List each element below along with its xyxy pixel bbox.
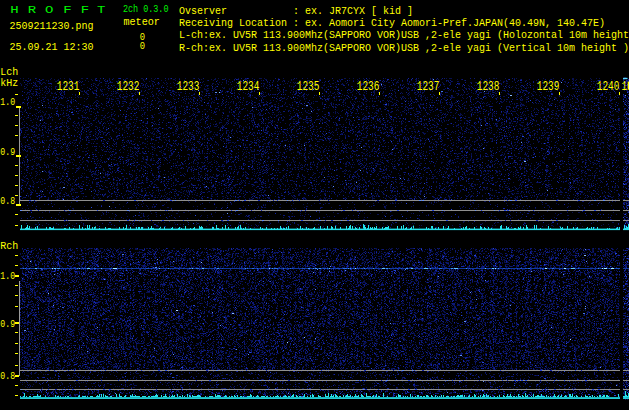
svg-text:0.9: 0.9 xyxy=(0,317,15,331)
svg-text:1234: 1234 xyxy=(237,80,260,94)
svg-text:1239: 1239 xyxy=(537,80,560,94)
svg-text:0: 0 xyxy=(140,39,145,53)
svg-text:2ch 0.3.0: 2ch 0.3.0 xyxy=(123,3,169,15)
svg-text:1.0: 1.0 xyxy=(0,95,15,109)
svg-text:R: R xyxy=(28,3,36,16)
svg-text:1232: 1232 xyxy=(117,80,140,94)
svg-text:1240: 1240 xyxy=(597,80,620,94)
svg-text:0.8: 0.8 xyxy=(0,194,15,208)
svg-text:1233: 1233 xyxy=(177,80,200,94)
svg-text:1231: 1231 xyxy=(57,80,80,94)
svg-text:25.09.21 12:30: 25.09.21 12:30 xyxy=(10,40,94,54)
svg-text:T: T xyxy=(97,3,105,16)
svg-text:meteor: meteor xyxy=(123,15,159,29)
svg-text:0.8: 0.8 xyxy=(0,369,15,383)
svg-text:1235: 1235 xyxy=(297,80,320,94)
svg-text:1238: 1238 xyxy=(477,80,500,94)
svg-text:kHz: kHz xyxy=(0,76,18,90)
svg-text:L-ch:ex. UV5R 113.900Mhz(SAPPO: L-ch:ex. UV5R 113.900Mhz(SAPPORO VOR)USB… xyxy=(179,28,629,41)
svg-text:H: H xyxy=(10,3,18,16)
svg-text:0.9: 0.9 xyxy=(0,145,15,159)
svg-text:Receiving Location : ex. Aomor: Receiving Location : ex. Aomori City Aom… xyxy=(179,16,605,29)
svg-text:F: F xyxy=(63,3,71,16)
svg-text:1: 1 xyxy=(622,80,628,94)
svg-text:Rch: Rch xyxy=(0,239,18,253)
svg-text:R-ch:ex. UV5R 113.900Mhz(SAPPO: R-ch:ex. UV5R 113.900Mhz(SAPPORO VOR)USB… xyxy=(179,41,629,54)
svg-text:F: F xyxy=(81,3,89,16)
svg-text:2509211230.png: 2509211230.png xyxy=(10,19,94,33)
svg-text:Ovserver : ex. JR7CY: Ovserver : ex. JR7CYX [ kid ] xyxy=(179,4,413,17)
svg-text:1.0: 1.0 xyxy=(0,269,15,283)
svg-text:1237: 1237 xyxy=(417,80,440,94)
svg-text:1236: 1236 xyxy=(357,80,380,94)
svg-text:O: O xyxy=(45,3,53,16)
